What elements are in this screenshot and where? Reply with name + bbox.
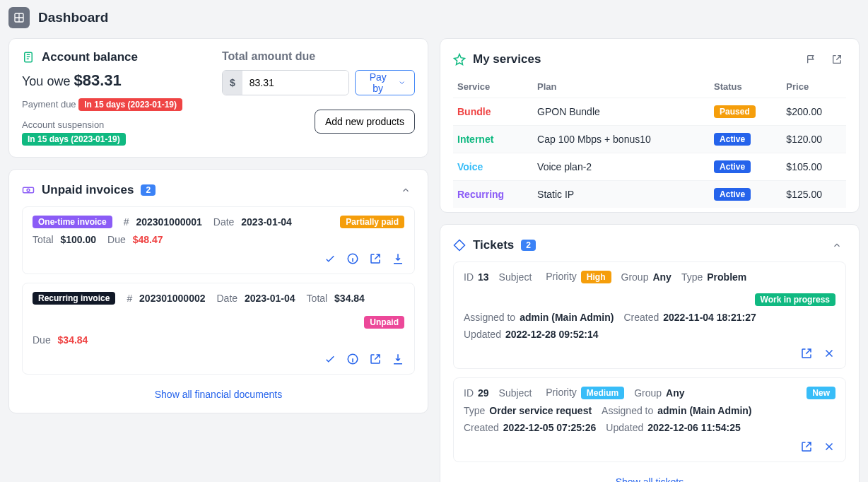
invoice-download-button[interactable]	[392, 353, 404, 365]
invoice-date: 2023-01-04	[245, 293, 295, 304]
invoice-total: $100.00	[60, 234, 96, 245]
invoice-type-badge: One-time invoice	[33, 216, 112, 228]
dashboard-app-icon	[8, 7, 30, 28]
service-plan: Cap 100 Mbps + bonus10	[533, 126, 710, 153]
external-link-icon	[369, 353, 382, 365]
ticket-close-button[interactable]	[823, 347, 835, 360]
invoice-approve-button[interactable]	[324, 252, 336, 265]
ticket-open-button[interactable]	[800, 347, 813, 360]
check-icon	[324, 252, 336, 265]
services-title: My services	[473, 52, 541, 66]
ticket-type: Problem	[707, 271, 746, 283]
download-icon	[392, 353, 404, 365]
invoice-total-label: Total	[33, 234, 54, 245]
suspension-badge: In 15 days (2023-01-19)	[22, 133, 126, 146]
add-products-button[interactable]: Add new products	[315, 110, 415, 134]
tag-icon	[453, 239, 466, 252]
invoice-download-button[interactable]	[392, 252, 404, 265]
invoice-date-label: Date	[217, 293, 238, 304]
service-status-badge: Paused	[714, 105, 756, 118]
page-title: Dashboard	[38, 10, 108, 25]
close-icon	[823, 440, 835, 453]
ticket-group: Any	[666, 387, 684, 399]
invoice-item: One-time invoice # 202301000001 Date 202…	[22, 206, 415, 274]
suspension-label: Account suspension	[22, 119, 126, 130]
invoice-due-label: Due	[107, 234, 126, 245]
ticket-close-button[interactable]	[823, 440, 835, 453]
tickets-count-badge: 2	[521, 240, 536, 251]
services-table: Service Plan Status Price Bundle GPON Bu…	[453, 76, 846, 208]
ticket-created: 2022-11-04 18:21:27	[663, 312, 756, 323]
invoice-info-button[interactable]	[346, 353, 359, 365]
col-plan: Plan	[533, 76, 710, 98]
show-all-tickets-link[interactable]: Show all tickets	[616, 476, 684, 482]
service-price: $120.00	[782, 126, 846, 153]
service-row[interactable]: Internet Cap 100 Mbps + bonus10 Active $…	[453, 126, 846, 153]
invoice-number: 202301000001	[136, 216, 201, 228]
pay-by-label: Pay by	[364, 71, 392, 94]
invoice-due: $48.47	[133, 234, 163, 245]
invoice-approve-button[interactable]	[324, 353, 336, 365]
ticket-priority-badge: High	[581, 271, 611, 283]
invoice-date-label: Date	[213, 216, 235, 228]
owe-label: You owe	[22, 74, 70, 88]
show-all-invoices-link[interactable]: Show all financial documents	[155, 389, 283, 400]
collapse-tickets-button[interactable]	[828, 236, 846, 254]
invoice-date: 2023-01-04	[241, 216, 292, 228]
tickets-title: Tickets	[473, 238, 514, 252]
pay-by-button[interactable]: Pay by	[355, 70, 415, 95]
invoice-num-label: #	[127, 293, 132, 304]
ticket-assigned: admin (Main Admin)	[520, 312, 614, 323]
service-name: Bundle	[457, 106, 491, 117]
invoice-info-button[interactable]	[346, 252, 359, 265]
ticket-status-badge: New	[807, 387, 835, 399]
service-row[interactable]: Bundle GPON Bundle Paused $200.00	[453, 98, 846, 126]
collapse-invoices-button[interactable]	[397, 181, 415, 199]
close-icon	[823, 347, 835, 360]
amount-input[interactable]	[242, 71, 348, 95]
ticket-type: Order service request	[489, 405, 592, 416]
ticket-id: 29	[478, 387, 489, 399]
services-open-button[interactable]	[828, 50, 846, 69]
external-link-icon	[369, 252, 382, 265]
invoice-total: $34.84	[334, 293, 365, 304]
services-flag-button[interactable]	[802, 50, 821, 69]
service-price: $125.00	[782, 181, 846, 208]
total-due-label: Total amount due	[222, 50, 415, 63]
svg-point-3	[27, 189, 30, 192]
invoice-num-label: #	[124, 216, 129, 228]
ticket-status-badge: Work in progress	[755, 293, 835, 306]
ticket-group: Any	[652, 271, 671, 283]
service-row[interactable]: Recurring Static IP Active $125.00	[453, 181, 846, 208]
external-link-icon	[831, 54, 843, 65]
ticket-updated: 2022-12-06 11:54:25	[647, 422, 741, 433]
service-plan: GPON Bundle	[533, 98, 710, 126]
service-plan: Static IP	[533, 181, 710, 208]
invoice-status-badge: Unpaid	[364, 316, 404, 329]
service-name: Recurring	[457, 189, 504, 200]
invoice-type-badge: Recurring invoice	[33, 292, 115, 305]
ticket-item: ID13 Subject PriorityHigh GroupAny TypeP…	[453, 261, 846, 369]
service-status-badge: Active	[714, 188, 751, 201]
download-icon	[392, 252, 404, 265]
ticket-priority-badge: Medium	[581, 387, 624, 399]
service-price: $200.00	[782, 98, 846, 126]
ticket-open-button[interactable]	[800, 440, 813, 453]
col-status: Status	[710, 76, 782, 98]
owe-amount: $83.31	[74, 71, 121, 89]
service-row[interactable]: Voice Voice plan-2 Active $105.00	[453, 153, 846, 181]
star-icon	[453, 53, 466, 66]
service-status-badge: Active	[714, 160, 751, 173]
check-icon	[324, 353, 336, 365]
service-plan: Voice plan-2	[533, 153, 710, 181]
invoice-open-button[interactable]	[369, 252, 382, 265]
invoice-item: Recurring invoice # 202301000002 Date 20…	[22, 283, 415, 375]
unpaid-invoices-card: Unpaid invoices 2 One-time invoice # 202…	[8, 169, 428, 413]
invoices-title: Unpaid invoices	[42, 183, 134, 197]
receipt-icon	[22, 51, 35, 64]
my-services-card: My services Service Plan Status	[440, 38, 860, 213]
invoice-status-badge: Partially paid	[340, 216, 404, 228]
info-icon	[346, 252, 359, 265]
currency-prefix: $	[223, 71, 242, 95]
invoice-open-button[interactable]	[369, 353, 382, 365]
